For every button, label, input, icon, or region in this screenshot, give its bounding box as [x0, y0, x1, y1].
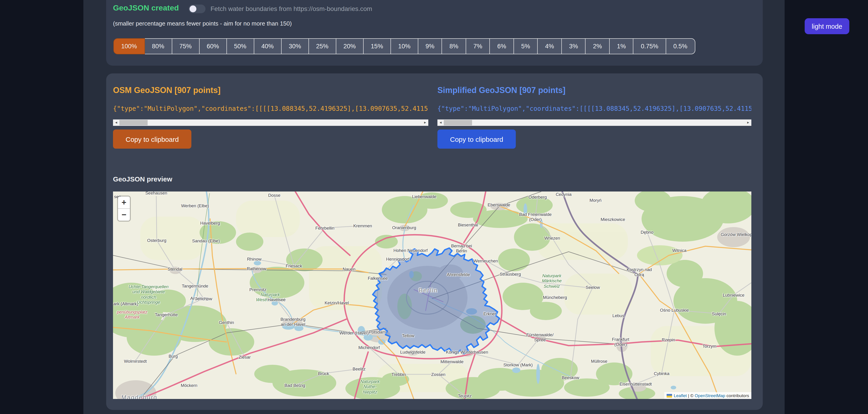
percent-row: 100%80%75%60%50%40%30%25%20%15%10%9%8%7%… — [114, 38, 695, 54]
attribution-separator: | © — [687, 393, 695, 398]
zoom-out-button[interactable]: − — [118, 209, 130, 221]
scroll-right-icon[interactable]: ► — [745, 119, 751, 126]
percent-option-75%[interactable]: 75% — [172, 38, 199, 54]
percent-option-10%[interactable]: 10% — [391, 38, 418, 54]
copy-osm-button[interactable]: Copy to clipboard — [113, 129, 191, 149]
scrollbar-thumb[interactable] — [119, 120, 148, 125]
percent-option-7%[interactable]: 7% — [466, 38, 490, 54]
fetch-water-label: Fetch water boundaries from https://osm-… — [211, 5, 372, 12]
openstreetmap-link[interactable]: OpenStreetMap — [694, 393, 725, 398]
page: GeoJSON created Fetch water boundaries f… — [0, 0, 868, 414]
percent-option-20%[interactable]: 20% — [336, 38, 364, 54]
osm-geojson-title: OSM GeoJSON [907 points] — [113, 86, 220, 95]
leaflet-link[interactable]: Leaflet — [674, 393, 687, 398]
ukraine-flag-icon — [666, 394, 672, 397]
light-mode-button[interactable]: light mode — [805, 18, 849, 34]
percent-option-50%[interactable]: 50% — [226, 38, 254, 54]
percent-option-3%[interactable]: 3% — [561, 38, 586, 54]
percent-option-0.75%[interactable]: 0.75% — [633, 38, 666, 54]
percent-option-6%[interactable]: 6% — [490, 38, 514, 54]
scroll-right-icon[interactable]: ► — [422, 119, 428, 126]
percent-option-100%[interactable]: 100% — [114, 38, 145, 54]
percent-option-25%[interactable]: 25% — [308, 38, 336, 54]
percent-option-8%[interactable]: 8% — [442, 38, 466, 54]
map-attribution: Leaflet | © OpenStreetMap contributors — [664, 392, 751, 399]
osm-geojson-text[interactable]: {"type":"MultiPolygon","coordinates":[[[… — [113, 105, 428, 113]
geojson-preview-map[interactable]: seeSeehausenWerben (Elbe)HavelbergDosseO… — [113, 191, 751, 399]
percent-option-80%[interactable]: 80% — [144, 38, 172, 54]
percent-option-15%[interactable]: 15% — [363, 38, 391, 54]
zoom-in-button[interactable]: + — [118, 197, 130, 209]
copy-simplified-button[interactable]: Copy to clipboard — [437, 129, 516, 149]
percent-option-4%[interactable]: 4% — [537, 38, 562, 54]
percent-option-30%[interactable]: 30% — [281, 38, 309, 54]
percent-option-9%[interactable]: 9% — [418, 38, 442, 54]
simplified-geojson-text[interactable]: {"type":"MultiPolygon","coordinates":[[[… — [437, 105, 751, 113]
scrollbar-thumb[interactable] — [444, 120, 472, 125]
scrollbar-track[interactable] — [119, 119, 422, 126]
toggle-knob — [190, 5, 196, 12]
map-zoom-control: + − — [118, 197, 130, 221]
percent-option-5%[interactable]: 5% — [514, 38, 538, 54]
osm-json-scrollbar[interactable]: ◄ ► — [113, 119, 428, 126]
percent-option-0.5%[interactable]: 0.5% — [666, 38, 695, 54]
simplified-geojson-title: Simplified GeoJSON [907 points] — [437, 86, 565, 95]
percent-option-2%[interactable]: 2% — [585, 38, 610, 54]
scroll-left-icon[interactable]: ◄ — [113, 119, 119, 126]
simplified-json-scrollbar[interactable]: ◄ ► — [437, 119, 751, 126]
scrollbar-track[interactable] — [444, 119, 745, 126]
percent-option-40%[interactable]: 40% — [254, 38, 281, 54]
preview-title: GeoJSON preview — [113, 175, 172, 183]
attribution-contributors: contributors — [725, 393, 749, 398]
scroll-left-icon[interactable]: ◄ — [437, 119, 444, 126]
water-boundaries-toggle[interactable] — [189, 5, 206, 13]
percentage-hint: (smaller percentage means fewer points -… — [113, 20, 292, 27]
percent-option-1%[interactable]: 1% — [609, 38, 633, 54]
map-tiles — [113, 191, 751, 399]
status-text: GeoJSON created — [113, 4, 179, 13]
percent-option-60%[interactable]: 60% — [199, 38, 227, 54]
